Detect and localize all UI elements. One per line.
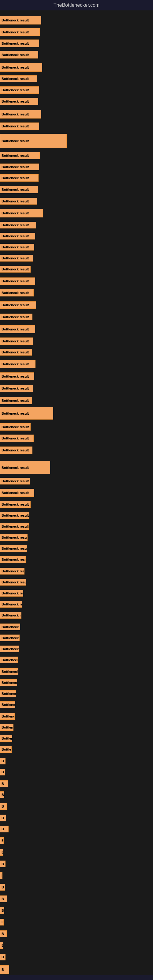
bottleneck-bar: B (0, 965, 9, 974)
bottleneck-bar: Bottleneck result (0, 612, 21, 619)
bar-label: Bottleneck result (2, 670, 18, 673)
bottleneck-bar: Bottleneck result (0, 668, 18, 675)
bar-label: Bottleneck result (2, 491, 29, 495)
bar-label: B (2, 885, 4, 889)
bar-label: Bottleneck result (2, 479, 29, 483)
bar-label: Bottleneck result (2, 362, 29, 366)
bottleneck-bar: B (0, 872, 2, 879)
bar-label: B (2, 839, 4, 843)
bar-label: B (2, 897, 4, 901)
bottleneck-bar: B (0, 815, 6, 821)
bottleneck-bar: B (0, 931, 7, 937)
bottleneck-bar: Bottleneck result (0, 244, 34, 250)
bar-label: Bottleneck result (2, 350, 29, 354)
bottleneck-bar: Bottleneck result (0, 713, 15, 720)
bottleneck-bar: Bottleneck result (0, 110, 41, 119)
bottleneck-bar: B (0, 954, 5, 960)
bar-label: B (2, 932, 4, 935)
bottleneck-bar: Bottleneck result (0, 590, 23, 597)
bar-label: B (2, 908, 4, 912)
bar-label: Bottleneck result (2, 100, 29, 103)
bar-label: Bottleneck result (2, 425, 29, 429)
bottleneck-bar: B (0, 803, 7, 810)
bar-label: Bottleneck result (2, 112, 29, 116)
bar-label: Bottleneck result (2, 77, 29, 81)
bar-label: Bottleneck result (2, 124, 29, 128)
bar-label: Bottleneck result (2, 30, 29, 34)
bar-label: B (2, 805, 4, 808)
bar-label: Bottleneck result (2, 65, 29, 69)
bar-label: Bottleneck result (2, 399, 29, 402)
bar-label: B (2, 793, 4, 797)
bottleneck-bar: Bottleneck result (0, 646, 19, 652)
bottleneck-bar: Bottleneck result (0, 512, 29, 519)
bar-label: Bottleneck result (2, 223, 29, 227)
bottleneck-bar: Bottleneck result (0, 534, 27, 541)
bar-label: B (2, 759, 4, 763)
bottleneck-bar: Bottleneck result (0, 86, 39, 94)
bottleneck-bar: Bottleneck result (0, 134, 67, 148)
bottleneck-bar: B (0, 942, 3, 949)
bottleneck-bar: Bottleneck result (0, 407, 53, 420)
bottleneck-bar: Bottleneck result (0, 164, 39, 170)
bottleneck-bar: B (0, 769, 5, 775)
bottleneck-bar: Bottleneck result (0, 489, 34, 497)
bottleneck-bar: Bottleneck result (0, 63, 42, 72)
bottleneck-bar: Bottleneck result (0, 545, 27, 552)
bottleneck-bar: Bottleneck result (0, 523, 29, 530)
bar-label: Bottleneck result (2, 636, 19, 640)
bottleneck-bar: Bottleneck result (0, 277, 35, 285)
bottleneck-bar: Bottleneck result (0, 301, 36, 309)
bar-label: Bottleneck result (2, 514, 29, 517)
bar-label: Bottleneck result (2, 737, 12, 740)
bottleneck-bar: Bottleneck result (0, 255, 33, 261)
bottleneck-bar: B (0, 837, 4, 844)
bar-label: Bottleneck result (2, 748, 12, 751)
bottleneck-bar: B (0, 849, 3, 856)
bottleneck-bar: B (0, 884, 5, 891)
bar-label: Bottleneck result (2, 703, 15, 706)
bottleneck-bar: Bottleneck result (0, 289, 33, 296)
bar-label: Bottleneck result (2, 245, 29, 249)
bar-label: Bottleneck result (2, 188, 29, 191)
bottleneck-bar: Bottleneck result (0, 174, 38, 181)
bar-label: B (2, 770, 4, 774)
bottleneck-bar: Bottleneck result (0, 75, 37, 82)
bar-label: Bottleneck result (2, 569, 24, 573)
bar-label: Bottleneck result (2, 613, 21, 617)
bar-label: Bottleneck result (2, 536, 27, 539)
bottleneck-bar: Bottleneck result (0, 624, 20, 630)
site-header: TheBottlenecker.com (0, 0, 153, 10)
bottleneck-bar: Bottleneck result (0, 635, 19, 641)
bottleneck-bar: Bottleneck result (0, 746, 12, 753)
bar-label: Bottleneck result (2, 165, 29, 169)
bottleneck-bar: Bottleneck result (0, 222, 36, 229)
bottleneck-bar: Bottleneck result (0, 40, 39, 47)
bar-label: B (2, 920, 4, 924)
bar-label: Bottleneck result (2, 234, 29, 238)
bar-label: Bottleneck result (2, 154, 29, 158)
bottleneck-bar: Bottleneck result (0, 233, 35, 240)
bottleneck-bar: Bottleneck result (0, 657, 18, 663)
bar-label: Bottleneck result (2, 436, 29, 440)
bar-label: Bottleneck result (2, 714, 15, 718)
bar-label: Bottleneck result (2, 328, 29, 331)
bar-label: Bottleneck result (2, 176, 29, 180)
bottleneck-bar: B (0, 919, 4, 926)
bottleneck-bar: Bottleneck result (0, 690, 16, 697)
bar-label: Bottleneck result (2, 658, 18, 662)
bar-label: Bottleneck result (2, 279, 29, 283)
bottleneck-bar: Bottleneck result (0, 266, 30, 272)
bottleneck-bar: Bottleneck result (0, 28, 40, 36)
bottleneck-bar: Bottleneck result (0, 601, 22, 608)
bar-label: B (2, 955, 4, 959)
bottleneck-bar: B (0, 826, 9, 832)
bar-label: Bottleneck result (2, 602, 22, 606)
bar-label: B (2, 850, 3, 854)
bar-label: Bottleneck result (2, 466, 29, 469)
bottleneck-bar: Bottleneck result (0, 701, 15, 708)
bottleneck-bar: Bottleneck result (0, 579, 26, 585)
bar-label: Bottleneck result (2, 591, 23, 595)
bottleneck-bar: Bottleneck result (0, 123, 39, 130)
bottleneck-bar: Bottleneck result (0, 478, 30, 485)
